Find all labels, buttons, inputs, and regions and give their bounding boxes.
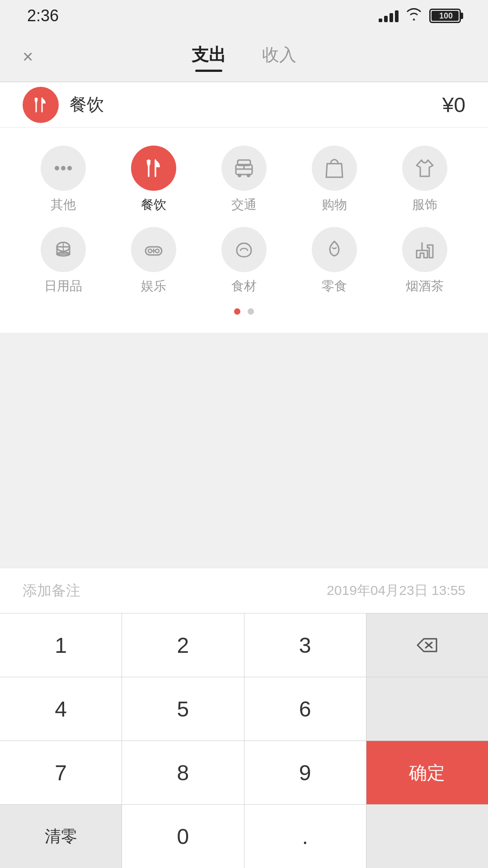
- category-header: 餐饮 ¥0: [0, 82, 488, 127]
- cat-item-tobacco[interactable]: 烟酒茶: [380, 222, 470, 299]
- numpad-row-4: 清零 0 .: [0, 804, 488, 868]
- key-2[interactable]: 2: [122, 613, 244, 677]
- svg-point-21: [155, 249, 159, 253]
- svg-point-5: [67, 166, 72, 170]
- cat-label-transport: 交通: [231, 196, 257, 213]
- cat-label-clothing: 服饰: [412, 196, 437, 213]
- tab-expense[interactable]: 支出: [192, 43, 226, 70]
- key-backspace[interactable]: [366, 613, 488, 677]
- content-area: [0, 333, 488, 568]
- category-header-left: 餐饮: [23, 87, 104, 123]
- status-icons: 100: [379, 8, 461, 24]
- key-1[interactable]: 1: [0, 613, 122, 677]
- date-display: 2019年04月23日 13:55: [327, 581, 465, 600]
- battery-icon: 100: [429, 9, 461, 23]
- numpad-row-2: 4 5 6: [0, 677, 488, 741]
- key-8[interactable]: 8: [122, 741, 244, 804]
- dot-2: [248, 308, 254, 315]
- amount-display: ¥0: [442, 93, 465, 117]
- svg-point-4: [61, 166, 66, 170]
- tabs: 支出 收入: [192, 43, 296, 70]
- cat-item-clothing[interactable]: 服饰: [380, 141, 470, 218]
- key-empty-r2: [366, 677, 488, 741]
- cat-item-snack[interactable]: 零食: [289, 222, 380, 299]
- cat-item-dining[interactable]: 餐饮: [108, 141, 199, 218]
- cat-label-other: 其他: [51, 196, 76, 213]
- cat-circle-transport: [221, 146, 267, 191]
- key-clear[interactable]: 清零: [0, 805, 122, 868]
- svg-point-3: [55, 166, 59, 170]
- category-row-1: 其他 餐饮: [0, 141, 488, 218]
- cat-label-food: 食材: [231, 278, 257, 295]
- cat-circle-clothing: [402, 146, 447, 191]
- key-0[interactable]: 0: [122, 805, 244, 868]
- key-6[interactable]: 6: [244, 677, 366, 741]
- tab-income[interactable]: 收入: [262, 43, 296, 70]
- key-confirm[interactable]: 确定: [366, 741, 488, 804]
- cat-circle-tobacco: [402, 227, 447, 272]
- key-dot[interactable]: .: [244, 805, 366, 868]
- cat-item-food[interactable]: 食材: [199, 222, 289, 299]
- category-grid: 其他 餐饮: [0, 127, 488, 333]
- cat-item-transport[interactable]: 交通: [199, 141, 289, 218]
- svg-point-20: [148, 249, 152, 253]
- note-placeholder[interactable]: 添加备注: [23, 581, 80, 601]
- cat-circle-snack: [312, 227, 357, 272]
- key-4[interactable]: 4: [0, 677, 122, 741]
- pagination: [0, 304, 488, 324]
- category-row-2: 日用品 娱乐: [0, 222, 488, 299]
- svg-point-11: [238, 174, 241, 177]
- cat-item-daily[interactable]: 日用品: [18, 222, 108, 299]
- header: × 支出 收入: [0, 32, 488, 81]
- cat-circle-food: [221, 227, 267, 272]
- dot-1: [234, 308, 240, 315]
- note-bar[interactable]: 添加备注 2019年04月23日 13:55: [0, 568, 488, 613]
- cat-circle-other: [41, 146, 86, 191]
- key-7[interactable]: 7: [0, 741, 122, 804]
- status-time: 2:36: [27, 6, 59, 25]
- key-3[interactable]: 3: [244, 613, 366, 677]
- cat-circle-entertainment: [131, 227, 176, 272]
- cat-label-snack: 零食: [322, 278, 347, 295]
- key-empty-r4: [366, 805, 488, 868]
- numpad: 1 2 3 4 5 6 7 8 9 确定 清零: [0, 613, 488, 868]
- cat-circle-daily: [41, 227, 86, 272]
- signal-icon: [379, 9, 399, 22]
- wifi-icon: [406, 8, 422, 24]
- cat-label-daily: 日用品: [44, 278, 82, 295]
- cat-item-entertainment[interactable]: 娱乐: [108, 222, 199, 299]
- cat-circle-dining: [131, 146, 176, 191]
- svg-point-12: [247, 174, 250, 177]
- close-button[interactable]: ×: [23, 47, 33, 67]
- cat-label-entertainment: 娱乐: [141, 278, 166, 295]
- selected-category-icon: [23, 87, 59, 123]
- key-5[interactable]: 5: [122, 677, 244, 741]
- cat-label-dining: 餐饮: [141, 196, 166, 213]
- cat-item-shopping[interactable]: 购物: [289, 141, 380, 218]
- category-name: 餐饮: [70, 93, 104, 116]
- cat-label-shopping: 购物: [322, 196, 347, 213]
- cat-item-other[interactable]: 其他: [18, 141, 108, 218]
- cat-circle-shopping: [312, 146, 357, 191]
- numpad-row-1: 1 2 3: [0, 613, 488, 677]
- cat-label-tobacco: 烟酒茶: [406, 278, 444, 295]
- status-bar: 2:36 100: [0, 0, 488, 32]
- numpad-row-3: 7 8 9 确定: [0, 741, 488, 804]
- key-9[interactable]: 9: [244, 741, 366, 804]
